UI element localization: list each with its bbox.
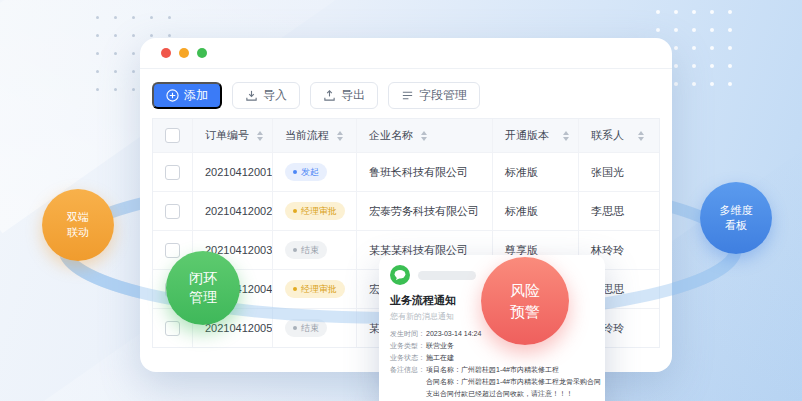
cell-current-process: 结束 — [273, 231, 357, 269]
marketing-canvas: 添加 导入 导出 字段管理 订单编号 当前流程 企业名称 开通版本 — [0, 0, 802, 401]
cell-order-number: 20210412002 — [193, 192, 273, 230]
notification-field-row: 业务类型：联营业务 — [390, 340, 594, 352]
decor-dot — [114, 16, 117, 19]
decor-dot — [692, 28, 696, 32]
import-button[interactable]: 导入 — [232, 82, 300, 109]
decor-dot — [656, 28, 660, 32]
field-label: 业务类型： — [390, 340, 426, 352]
decor-dot — [692, 10, 696, 14]
sort-icon — [337, 131, 343, 141]
row-checkbox[interactable] — [165, 165, 180, 180]
zoom-window-icon[interactable] — [197, 48, 207, 58]
decor-dot — [132, 34, 135, 37]
field-value: 施工在建 — [426, 352, 454, 364]
plus-circle-icon — [166, 89, 179, 102]
cell-version: 标准版 — [493, 192, 579, 230]
field-value: 支出合同付款已经超过合同收款，请注意！！！ — [426, 388, 573, 400]
table-row: 20210412002 经理审批 宏泰劳务科技有限公司 标准版 李思思 — [153, 191, 659, 230]
decor-dot — [132, 52, 135, 55]
import-download-icon — [245, 89, 258, 102]
status-dot-icon — [293, 209, 297, 213]
decor-dot — [96, 52, 99, 55]
field-value: 合同名称：广州碧桂园1-4#市内精装修工程龙骨采购合同 — [426, 376, 601, 388]
cell-contact: 李思思 — [579, 192, 659, 230]
feature-bubble-closed-loop: 闭环 管理 — [166, 251, 240, 325]
notification-field-row: 备注信息：项目名称：广州碧桂园1-4#市内精装修工程 — [390, 364, 594, 376]
decor-dot — [132, 88, 135, 91]
decor-dot — [168, 34, 171, 37]
cell-current-process: 发起 — [273, 153, 357, 191]
row-checkbox[interactable] — [165, 204, 180, 219]
field-value: 联营业务 — [426, 340, 454, 352]
decor-dot — [710, 82, 714, 86]
decor-dot — [728, 82, 732, 86]
decor-dot — [96, 16, 99, 19]
decor-dot — [96, 88, 99, 91]
cell-current-process: 结束 — [273, 309, 357, 347]
decor-dot — [132, 70, 135, 73]
cell-current-process: 经理审批 — [273, 270, 357, 308]
field-value: 项目名称：广州碧桂园1-4#市内精装修工程 — [426, 364, 559, 376]
decor-dot — [656, 10, 660, 14]
table-row: 20210412001 发起 鲁班长科技有限公司 标准版 张国光 — [153, 152, 659, 191]
row-checkbox[interactable] — [165, 321, 180, 336]
chat-message-icon — [390, 265, 410, 285]
export-button[interactable]: 导出 — [310, 82, 378, 109]
status-badge: 经理审批 — [285, 202, 345, 220]
status-dot-icon — [293, 248, 297, 252]
decor-dot — [114, 52, 117, 55]
decor-dot — [114, 70, 117, 73]
field-management-button-label: 字段管理 — [419, 87, 467, 104]
cell-order-number: 20210412001 — [193, 153, 273, 191]
decor-dot — [114, 88, 117, 91]
notification-field-row: 业务状态：施工在建 — [390, 352, 594, 364]
notification-field-row: 支出合同付款已经超过合同收款，请注意！！！ — [390, 388, 594, 400]
cell-current-process: 经理审批 — [273, 192, 357, 230]
decor-dot — [692, 64, 696, 68]
field-value: 2023-03-14 14:24 — [426, 328, 481, 340]
feature-bubble-risk-alert: 风险 预警 — [481, 257, 569, 345]
cell-company-name: 宏泰劳务科技有限公司 — [357, 192, 493, 230]
field-label — [390, 376, 426, 388]
sender-placeholder — [418, 271, 476, 280]
field-label: 备注信息： — [390, 364, 426, 376]
decor-dot — [674, 64, 678, 68]
decor-dot — [674, 46, 678, 50]
decor-dot — [114, 34, 117, 37]
column-header-process[interactable]: 当前流程 — [273, 119, 357, 152]
field-label: 发生时间： — [390, 328, 426, 340]
add-button-label: 添加 — [184, 87, 208, 104]
field-label: 业务状态： — [390, 352, 426, 364]
decor-dot — [168, 16, 171, 19]
cell-contact: 张国光 — [579, 153, 659, 191]
decor-dot — [96, 34, 99, 37]
decor-dot — [150, 34, 153, 37]
column-header-version[interactable]: 开通版本 — [493, 119, 579, 152]
decor-dot — [710, 10, 714, 14]
window-titlebar — [140, 38, 672, 69]
cell-company-name: 鲁班长科技有限公司 — [357, 153, 493, 191]
feature-bubble-dual-link: 双端 联动 — [42, 189, 114, 261]
export-upload-icon — [323, 89, 336, 102]
decor-dot — [728, 64, 732, 68]
table-toolbar: 添加 导入 导出 字段管理 — [140, 69, 672, 109]
table-header-row: 订单编号 当前流程 企业名称 开通版本 联系人 — [153, 119, 659, 152]
field-management-button[interactable]: 字段管理 — [388, 82, 480, 109]
column-header-company[interactable]: 企业名称 — [357, 119, 493, 152]
row-checkbox[interactable] — [165, 243, 180, 258]
status-dot-icon — [293, 287, 297, 291]
decor-dot — [728, 28, 732, 32]
decor-dot — [710, 64, 714, 68]
column-header-order[interactable]: 订单编号 — [193, 119, 273, 152]
minimize-window-icon[interactable] — [179, 48, 189, 58]
cell-version: 标准版 — [493, 153, 579, 191]
add-button[interactable]: 添加 — [152, 82, 222, 109]
select-all-checkbox[interactable] — [165, 128, 180, 143]
decor-dot — [96, 70, 99, 73]
status-dot-icon — [293, 326, 297, 330]
sort-icon — [638, 131, 644, 141]
list-icon — [401, 89, 414, 102]
close-window-icon[interactable] — [161, 48, 171, 58]
sort-icon — [257, 131, 263, 141]
column-header-contact[interactable]: 联系人 — [579, 119, 659, 152]
